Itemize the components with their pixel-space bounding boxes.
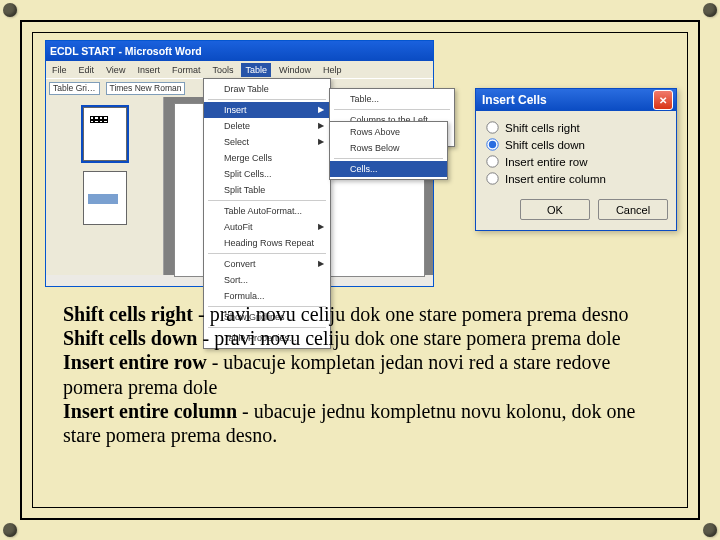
mi-rows-below[interactable]: Rows Below [330,140,447,156]
mi-delete[interactable]: Delete▶ [204,118,330,134]
menu-insert[interactable]: Insert [133,63,164,77]
word-title: ECDL START - Microsoft Word [50,45,202,57]
mi-convert[interactable]: Convert▶ [204,256,330,272]
term-shift-down: Shift cells down [63,327,197,349]
cancel-button[interactable]: Cancel [598,199,668,220]
chevron-right-icon: ▶ [318,121,324,130]
opt-shift-right[interactable]: Shift cells right [486,121,666,134]
chevron-right-icon: ▶ [318,222,324,231]
mi-split-table[interactable]: Split Table [204,182,330,198]
radio-shift-right[interactable] [486,121,498,133]
ok-button[interactable]: OK [520,199,590,220]
mi-cells-popup[interactable]: Cells... [330,161,447,177]
chevron-right-icon: ▶ [318,259,324,268]
mi-heading-repeat[interactable]: Heading Rows Repeat [204,235,330,251]
insert-cells-dialog: Insert Cells ✕ Shift cells right Shift c… [475,88,677,231]
menu-file[interactable]: File [48,63,71,77]
radio-entire-column[interactable] [486,172,498,184]
term-entire-column: Insert entire column [63,400,237,422]
opt-shift-down[interactable]: Shift cells down [486,138,666,151]
thumbnails-pane [46,97,164,275]
menu-view[interactable]: View [102,63,129,77]
dialog-title: Insert Cells [482,93,547,107]
mi-split-cells[interactable]: Split Cells... [204,166,330,182]
chevron-right-icon: ▶ [318,137,324,146]
mi-insert-table[interactable]: Table... [330,91,454,107]
page-thumbnail-1[interactable] [83,107,127,161]
mi-rows-above[interactable]: Rows Above [330,124,447,140]
mi-autoformat[interactable]: Table AutoFormat... [204,203,330,219]
opt-entire-column[interactable]: Insert entire column [486,172,666,185]
menu-window[interactable]: Window [275,63,315,77]
term-shift-right: Shift cells right [63,303,193,325]
menu-edit[interactable]: Edit [75,63,99,77]
explanation-text: Shift cells right - pravi novu celiju do… [63,302,661,447]
close-icon[interactable]: ✕ [653,90,673,110]
term-entire-row: Insert entire row [63,351,207,373]
menu-table[interactable]: Table [241,63,271,77]
mi-autofit[interactable]: AutoFit▶ [204,219,330,235]
style-dropdown[interactable]: Table Gri… [49,82,100,95]
chevron-right-icon: ▶ [318,105,324,114]
opt-entire-row[interactable]: Insert entire row [486,155,666,168]
word-title-bar: ECDL START - Microsoft Word [46,41,433,61]
radio-shift-down[interactable] [486,138,498,150]
mi-sort[interactable]: Sort... [204,272,330,288]
menu-tools[interactable]: Tools [208,63,237,77]
dialog-titlebar: Insert Cells ✕ [476,89,676,111]
insert-submenu-2[interactable]: Rows Above Rows Below Cells... [329,121,448,180]
mi-draw-table[interactable]: Draw Table [204,81,330,97]
page-thumbnail-2[interactable] [83,171,127,225]
radio-entire-row[interactable] [486,155,498,167]
font-dropdown[interactable]: Times New Roman [106,82,186,95]
mi-select[interactable]: Select▶ [204,134,330,150]
menu-help[interactable]: Help [319,63,346,77]
word-menubar[interactable]: File Edit View Insert Format Tools Table… [46,61,433,78]
mi-merge[interactable]: Merge Cells [204,150,330,166]
word-window: ECDL START - Microsoft Word File Edit Vi… [45,40,434,287]
mi-insert[interactable]: Insert▶ [204,102,330,118]
menu-format[interactable]: Format [168,63,205,77]
